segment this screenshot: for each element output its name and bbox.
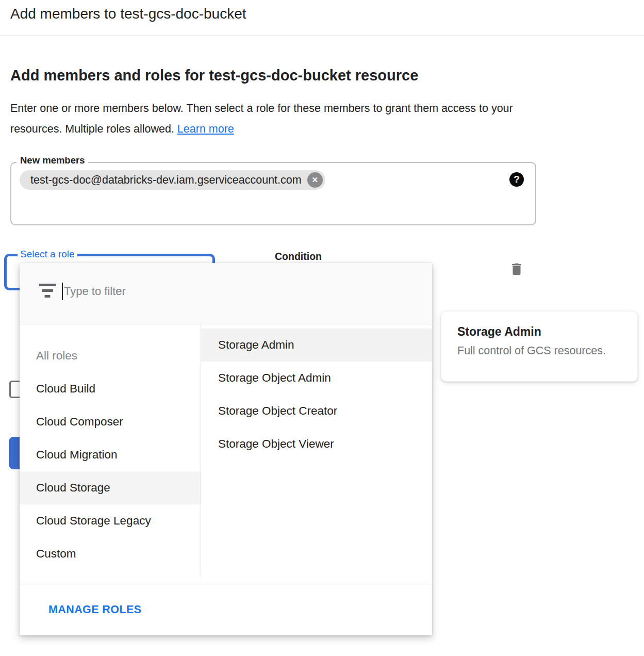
category-item-custom[interactable]: Custom: [20, 537, 201, 570]
condition-label: Condition: [275, 251, 322, 263]
section-heading: Add members and roles for test-gcs-doc-b…: [10, 67, 418, 84]
role-item-storage-admin[interactable]: Storage Admin: [201, 329, 432, 362]
column-divider: [201, 324, 201, 575]
category-item-cloud-storage-legacy[interactable]: Cloud Storage Legacy: [20, 504, 201, 537]
add-members-dialog: Add members to test-gcs-doc-bucket Add m…: [0, 0, 644, 656]
role-item-storage-object-viewer[interactable]: Storage Object Viewer: [201, 428, 432, 461]
member-chip-value: test-gcs-doc@databricks-dev.iam.gservice…: [30, 174, 302, 187]
filter-list-icon: [39, 284, 56, 298]
role-tooltip-description: Full control of GCS resources.: [457, 345, 606, 357]
role-item-storage-object-admin[interactable]: Storage Object Admin: [201, 362, 432, 395]
role-item-storage-object-creator[interactable]: Storage Object Creator: [201, 395, 432, 428]
category-item-all-roles[interactable]: All roles: [20, 339, 201, 372]
role-list-area: All roles Cloud Build Cloud Composer Clo…: [20, 324, 432, 584]
category-item-cloud-build[interactable]: Cloud Build: [20, 372, 201, 405]
delete-member-row-button[interactable]: [509, 261, 524, 277]
text-caret: [62, 283, 63, 300]
description-body: Enter one or more members below. Then se…: [10, 102, 513, 135]
header-divider: [0, 36, 644, 36]
learn-more-link[interactable]: Learn more: [177, 123, 234, 135]
manage-roles-link[interactable]: MANAGE ROLES: [48, 603, 141, 616]
role-column: Storage Admin Storage Object Admin Stora…: [201, 324, 432, 584]
category-column: All roles Cloud Build Cloud Composer Clo…: [20, 324, 201, 584]
new-members-label: New members: [16, 155, 88, 166]
role-tooltip-card: Storage Admin Full control of GCS resour…: [441, 311, 638, 382]
role-filter-bar: [20, 263, 432, 324]
role-select-label: Select a role: [18, 249, 77, 260]
role-tooltip-title: Storage Admin: [457, 325, 541, 339]
trash-icon: [509, 261, 524, 277]
role-panel-footer: MANAGE ROLES: [20, 584, 432, 635]
role-dropdown-panel: All roles Cloud Build Cloud Composer Clo…: [20, 263, 432, 635]
page-title: Add members to test-gcs-doc-bucket: [10, 6, 246, 22]
role-filter-input[interactable]: [64, 278, 384, 304]
help-icon[interactable]: ?: [509, 172, 524, 187]
category-item-cloud-storage[interactable]: Cloud Storage: [20, 471, 201, 504]
member-chip: test-gcs-doc@databricks-dev.iam.gservice…: [20, 170, 325, 190]
category-item-cloud-migration[interactable]: Cloud Migration: [20, 438, 201, 471]
description-text: Enter one or more members below. Then se…: [10, 98, 534, 139]
chip-remove-icon[interactable]: ✕: [307, 172, 323, 188]
category-item-cloud-composer[interactable]: Cloud Composer: [20, 405, 201, 438]
